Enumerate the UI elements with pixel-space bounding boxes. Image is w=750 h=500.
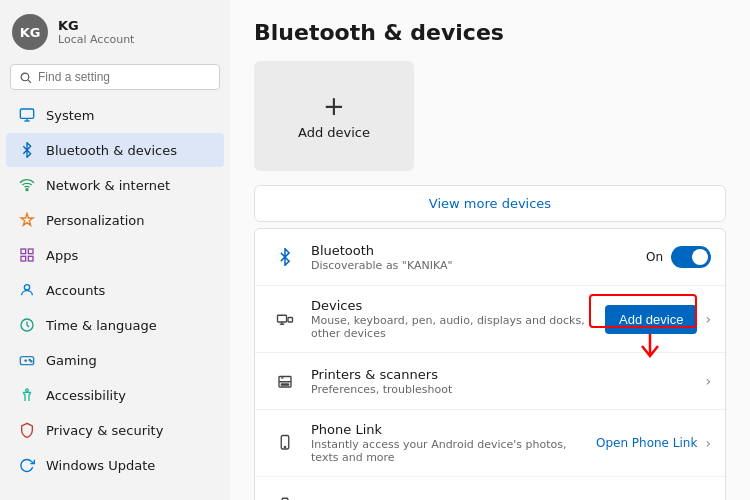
svg-rect-9 [28,256,33,261]
printers-chevron: › [705,373,711,389]
apps-icon [18,246,36,264]
devices-row[interactable]: Devices Mouse, keyboard, pen, audio, dis… [255,286,725,353]
sidebar-item-label: Accounts [46,283,105,298]
bluetooth-icon [18,141,36,159]
printers-icon [269,365,301,397]
svg-rect-2 [20,109,33,118]
accounts-icon [18,281,36,299]
bluetooth-icon [269,241,301,273]
svg-point-5 [26,189,28,191]
svg-line-1 [28,79,31,82]
phonelink-action: Open Phone Link › [596,435,711,451]
svg-rect-6 [21,249,26,254]
view-more-row[interactable]: View more devices [254,185,726,222]
svg-rect-24 [281,384,289,385]
bluetooth-title: Bluetooth [311,243,646,258]
svg-rect-19 [288,318,293,323]
phonelink-row-text: Phone Link Instantly access your Android… [311,422,596,464]
devices-subtitle: Mouse, keyboard, pen, audio, displays an… [311,314,605,340]
devices-icon [269,303,301,335]
printers-title: Printers & scanners [311,367,705,382]
sidebar-item-label: Accessibility [46,388,126,403]
svg-point-15 [29,359,30,360]
svg-rect-8 [21,256,26,261]
update-icon [18,456,36,474]
gaming-icon [18,351,36,369]
phonelink-chevron: › [705,435,711,451]
bluetooth-subtitle: Discoverable as "KANIKA" [311,259,646,272]
sidebar-item-update[interactable]: Windows Update [6,448,224,482]
phonelink-subtitle: Instantly access your Android device's p… [311,438,596,464]
plus-icon: + [323,93,345,119]
cameras-row[interactable]: Cameras › [255,477,725,500]
phonelink-action-label: Open Phone Link [596,436,697,450]
view-more-text: View more devices [429,196,551,211]
sidebar-item-gaming[interactable]: Gaming [6,343,224,377]
search-icon [19,71,32,84]
printers-action: › [705,373,711,389]
sidebar-item-system[interactable]: System [6,98,224,132]
page-title: Bluetooth & devices [254,20,726,45]
sidebar-item-label: Personalization [46,213,145,228]
sidebar-item-label: Network & internet [46,178,170,193]
sidebar-item-label: Windows Update [46,458,155,473]
svg-point-17 [26,389,29,392]
devices-add-button[interactable]: Add device [605,305,697,334]
nav-list: System Bluetooth & devices Network & int… [0,98,230,482]
search-box[interactable] [10,64,220,90]
printers-subtitle: Preferences, troubleshoot [311,383,705,396]
svg-point-16 [31,361,32,362]
privacy-icon [18,421,36,439]
bluetooth-action: On [646,246,711,268]
svg-rect-18 [278,315,287,322]
phonelink-title: Phone Link [311,422,596,437]
bluetooth-row[interactable]: Bluetooth Discoverable as "KANIKA" On [255,229,725,286]
sidebar-item-bluetooth[interactable]: Bluetooth & devices [6,133,224,167]
add-device-card[interactable]: + Add device [254,61,414,171]
user-info: KG Local Account [58,18,134,46]
user-name: KG [58,18,134,33]
sidebar-item-privacy[interactable]: Privacy & security [6,413,224,447]
devices-action: Add device › [605,305,711,334]
user-subtitle: Local Account [58,33,134,46]
sidebar: KG KG Local Account System Bluetooth & d… [0,0,230,500]
settings-section: Bluetooth Discoverable as "KANIKA" On De… [254,228,726,500]
sidebar-item-network[interactable]: Network & internet [6,168,224,202]
user-section: KG KG Local Account [0,0,230,60]
sidebar-item-label: Time & language [46,318,157,333]
sidebar-item-label: Gaming [46,353,97,368]
printers-row[interactable]: Printers & scanners Preferences, trouble… [255,353,725,410]
sidebar-item-personalization[interactable]: Personalization [6,203,224,237]
sidebar-item-label: Privacy & security [46,423,163,438]
sidebar-item-accounts[interactable]: Accounts [6,273,224,307]
bluetooth-row-text: Bluetooth Discoverable as "KANIKA" [311,243,646,272]
phonelink-icon [269,427,301,459]
devices-title: Devices [311,298,605,313]
sidebar-item-label: Apps [46,248,78,263]
printers-row-text: Printers & scanners Preferences, trouble… [311,367,705,396]
sidebar-item-label: System [46,108,94,123]
time-icon [18,316,36,334]
sidebar-item-label: Bluetooth & devices [46,143,177,158]
main-content: Bluetooth & devices + Add device View mo… [230,0,750,500]
sidebar-item-accessibility[interactable]: Accessibility [6,378,224,412]
svg-point-0 [21,73,29,81]
search-input[interactable] [38,70,211,84]
accessibility-icon [18,386,36,404]
system-icon [18,106,36,124]
avatar: KG [12,14,48,50]
phonelink-row[interactable]: Phone Link Instantly access your Android… [255,410,725,477]
cameras-icon [269,489,301,500]
svg-rect-7 [28,249,33,254]
network-icon [18,176,36,194]
add-device-card-label: Add device [298,125,370,140]
svg-point-27 [284,447,285,448]
sidebar-item-time[interactable]: Time & language [6,308,224,342]
devices-row-text: Devices Mouse, keyboard, pen, audio, dis… [311,298,605,340]
sidebar-item-apps[interactable]: Apps [6,238,224,272]
svg-point-10 [24,285,29,290]
devices-chevron: › [705,311,711,327]
bluetooth-status: On [646,250,663,264]
personalization-icon [18,211,36,229]
bluetooth-toggle[interactable] [671,246,711,268]
